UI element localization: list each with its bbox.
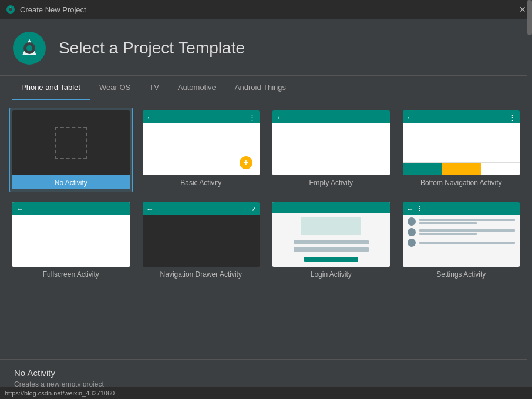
tabs-container: Phone and Tablet Wear OS TV Automotive A… [0,76,532,100]
tab-android-things[interactable]: Android Things [225,76,295,100]
empty-toolbar: ← [272,110,390,123]
url-bar: https://blog.csdn.net/weixin_43271060 [0,387,532,399]
settings-line-3a [419,242,516,244]
close-button[interactable]: ✕ [519,5,526,14]
basic-body: + [143,123,260,175]
title-bar-left: Create New Project [6,5,86,14]
basic-toolbar: ← ⋮ [143,110,260,123]
settings-circle-3 [408,239,416,247]
no-activity-preview [12,110,130,175]
empty-activity-label: Empty Activity [307,175,355,189]
template-settings-activity[interactable]: ← ⋮ [400,199,523,284]
settings-item-3 [408,239,516,247]
basic-activity-preview: ← ⋮ + [143,110,260,175]
templates-grid-container[interactable]: No Activity ← ⋮ + [0,100,532,359]
login-mockup [272,202,390,267]
bottom-nav-preview: ← ⋮ [403,110,520,175]
svg-point-4 [26,45,32,51]
nav-item-2 [442,163,481,175]
no-activity-label: No Activity [12,175,130,189]
settings-circle-2 [408,228,416,236]
tab-phone-tablet[interactable]: Phone and Tablet [12,76,90,100]
tab-tv[interactable]: TV [140,76,169,100]
more-icon: ⋮ [509,113,516,122]
back-icon: ← [146,113,154,122]
login-btn [304,257,358,262]
back-icon: ← [16,204,23,213]
app-icon [6,5,15,14]
more-icon: ⋮ [248,113,256,122]
expand-icon: ⤢ [251,206,256,212]
template-fullscreen-activity[interactable]: ← Fullscreen Activity [9,199,133,284]
url-text: https://blog.csdn.net/weixin_43271060 [5,390,115,397]
scrollbar-track[interactable] [527,0,532,399]
login-activity-label: Login Activity [308,267,354,281]
login-field-1 [294,240,369,244]
empty-activity-preview: ← [272,110,390,175]
fullscreen-body [12,215,130,267]
svg-point-1 [9,8,12,11]
settings-lines-2 [419,229,516,235]
login-preview [272,202,390,267]
template-login-activity[interactable]: Login Activity [270,199,393,284]
android-studio-logo [12,31,47,66]
nav-drawer-mockup: ← ⤢ [143,202,260,267]
settings-preview: ← ⋮ [403,202,520,267]
empty-activity-mockup: ← [272,110,390,175]
login-body [272,213,390,267]
dialog: Select a Project Template Phone and Tabl… [0,19,532,399]
more-icon: ⋮ [416,205,423,213]
templates-grid: No Activity ← ⋮ + [9,108,523,284]
bottom-nav-label: Bottom Navigation Activity [418,175,504,189]
settings-line-2b [419,233,477,235]
tab-automotive[interactable]: Automotive [169,76,225,100]
fullscreen-label: Fullscreen Activity [41,267,102,281]
dialog-header: Select a Project Template [0,19,532,76]
settings-mockup: ← ⋮ [403,202,520,267]
settings-line-1a [419,219,516,221]
fab-icon: + [240,156,252,169]
template-basic-activity[interactable]: ← ⋮ + Basic Activity [140,108,263,192]
page-title: Select a Project Template [59,39,245,58]
settings-lines-1 [419,219,516,224]
login-logo-placeholder [301,217,361,235]
settings-item-1 [408,217,516,226]
back-icon: ← [406,113,414,122]
settings-item-2 [408,228,516,236]
fullscreen-mockup: ← [12,202,130,267]
nav-item-1 [403,163,442,175]
fullscreen-preview: ← [12,202,130,267]
settings-circle-1 [408,217,416,226]
settings-body [403,215,520,267]
template-empty-activity[interactable]: ← Empty Activity [270,108,393,192]
login-field-2 [294,247,369,252]
title-bar: Create New Project ✕ [0,0,532,19]
nav-drawer-preview: ← ⤢ [143,202,260,267]
template-nav-drawer[interactable]: ← ⤢ Navigation Drawer Activity [140,199,263,284]
nav-item-3 [481,163,520,175]
drawer-toolbar: ← ⤢ [143,202,260,215]
template-no-activity[interactable]: No Activity [9,108,133,192]
settings-lines-3 [419,242,516,244]
login-toolbar [272,202,390,213]
back-icon: ← [406,204,414,213]
tab-wear-os[interactable]: Wear OS [90,76,140,100]
settings-line-2a [419,229,516,232]
settings-line-1b [419,222,477,224]
back-icon: ← [146,204,154,213]
dashed-placeholder [55,127,87,159]
bottom-nav-toolbar: ← ⋮ [403,110,520,123]
basic-activity-mockup: ← ⋮ + [143,110,260,175]
bottom-nav-body [403,123,520,162]
scrollbar-thumb[interactable] [527,0,532,35]
empty-body [272,123,390,175]
content-area: No Activity ← ⋮ + [0,100,532,359]
description-title: No Activity [14,368,518,378]
bottom-nav-bar [403,162,520,175]
template-bottom-nav[interactable]: ← ⋮ Bottom Navigation Activity [400,108,523,192]
fullscreen-toolbar: ← [12,202,130,215]
settings-toolbar: ← ⋮ [403,202,520,215]
settings-activity-label: Settings Activity [434,267,488,281]
basic-activity-label: Basic Activity [178,175,224,189]
back-icon: ← [276,113,284,122]
